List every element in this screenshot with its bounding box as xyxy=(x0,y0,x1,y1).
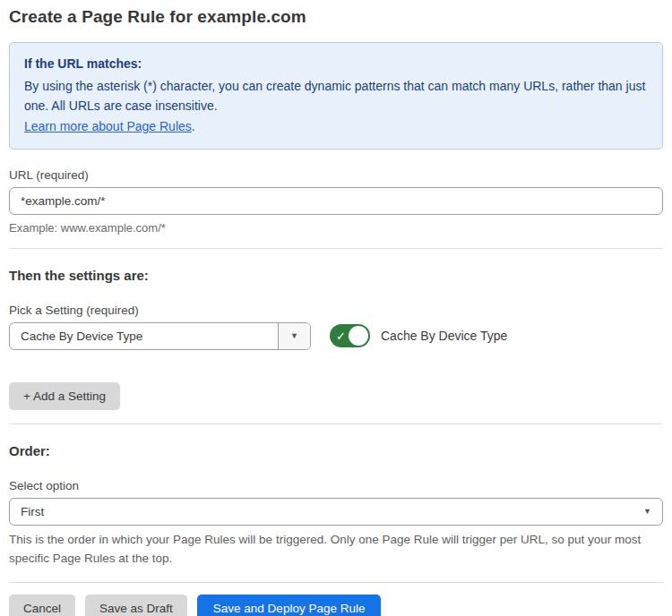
setting-dropdown-value: Cache By Device Type xyxy=(10,323,278,349)
check-icon: ✓ xyxy=(336,330,346,342)
save-as-draft-button[interactable]: Save as Draft xyxy=(85,595,187,616)
order-section-heading: Order: xyxy=(9,443,663,458)
setting-row: Cache By Device Type ▼ ✓ Cache By Device… xyxy=(9,322,663,350)
save-and-deploy-button[interactable]: Save and Deploy Page Rule xyxy=(197,595,382,616)
cache-by-device-type-toggle[interactable]: ✓ xyxy=(330,324,370,347)
link-period: . xyxy=(192,119,195,133)
order-select[interactable]: First ▼ xyxy=(9,498,663,526)
toggle-knob xyxy=(349,326,368,346)
order-select-value: First xyxy=(21,505,643,518)
add-setting-button[interactable]: + Add a Setting xyxy=(9,382,120,410)
settings-section-heading: Then the settings are: xyxy=(9,268,663,283)
setting-dropdown[interactable]: Cache By Device Type ▼ xyxy=(9,322,311,350)
chevron-down-icon: ▼ xyxy=(290,332,298,340)
section-divider xyxy=(9,248,663,249)
url-field-label: URL (required) xyxy=(9,168,663,182)
toggle-label: Cache By Device Type xyxy=(381,329,507,343)
section-divider xyxy=(9,424,663,424)
page-title: Create a Page Rule for example.com xyxy=(9,7,663,27)
url-matches-info-callout: If the URL matches: By using the asteris… xyxy=(9,42,663,150)
pick-setting-label: Pick a Setting (required) xyxy=(9,304,663,317)
url-input[interactable] xyxy=(9,187,663,215)
footer-button-row: Cancel Save as Draft Save and Deploy Pag… xyxy=(9,595,663,616)
order-help-text: This is the order in which your Page Rul… xyxy=(9,531,654,569)
create-page-rule-form: Create a Page Rule for example.com If th… xyxy=(0,0,672,616)
learn-more-page-rules-link[interactable]: Learn more about Page Rules xyxy=(24,119,192,133)
chevron-down-icon: ▼ xyxy=(643,508,651,516)
info-callout-link-line: Learn more about Page Rules. xyxy=(24,116,648,137)
info-callout-heading: If the URL matches: xyxy=(24,54,648,74)
footer-divider xyxy=(9,582,663,583)
select-option-label: Select option xyxy=(9,479,663,492)
url-example-text: Example: www.example.com/* xyxy=(9,221,663,235)
setting-dropdown-arrow-button[interactable]: ▼ xyxy=(278,323,310,349)
cancel-button[interactable]: Cancel xyxy=(9,595,75,616)
info-callout-body: By using the asterisk (*) character, you… xyxy=(24,76,648,116)
